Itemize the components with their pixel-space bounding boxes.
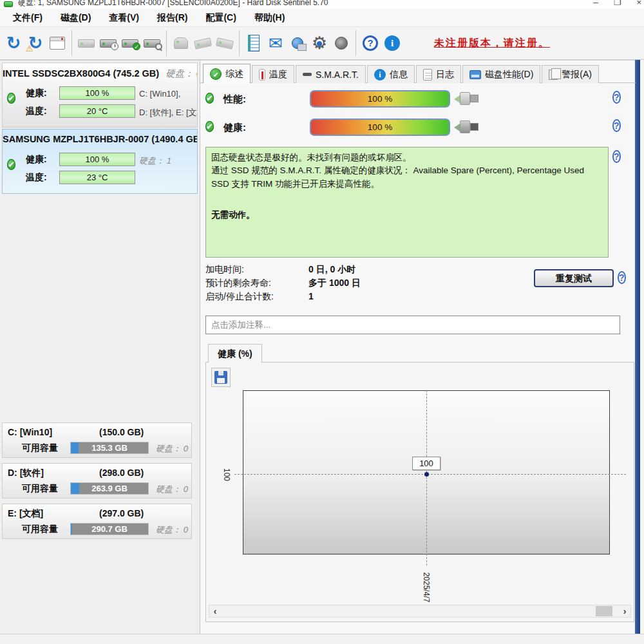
help-icon[interactable]: ? (359, 30, 381, 56)
disk-name: SAMSUNG MZPLJ1T6HBJR-0007 (3, 134, 149, 144)
tab-log[interactable]: 日志 (416, 65, 461, 83)
info-icon[interactable]: i (381, 30, 403, 56)
disk-number-label: 硬盘： 0 (156, 443, 188, 455)
retest-help-icon[interactable]: ? (618, 272, 626, 283)
partition-card-d[interactable]: D: [软件] (298.0 GB) 可用容量 263.9 GB 硬盘： 0 (2, 463, 192, 498)
retest-button[interactable]: 重复测试 (534, 269, 614, 287)
chart-horizontal-scrollbar[interactable]: ‹ › (209, 605, 631, 618)
health-bar: 100 % (59, 153, 135, 166)
disk-title: INTEL SSDSC2BX800G4 (745.2 GB)硬盘： 0 (3, 68, 197, 80)
menu-file[interactable]: 文件(F) (4, 10, 52, 26)
tabbar: ✔综述 温度 S.M.A.R.T. i信息 日志 磁盘性能(D) 警报(A) (203, 64, 600, 83)
menubar: 文件(F) 磁盘(D) 查看(V) 报告(R) 配置(C) 帮助(H) (0, 9, 644, 27)
tab-temperature[interactable]: 温度 (252, 65, 294, 83)
minimize-button[interactable]: – (594, 0, 598, 7)
status-text-box: 固态硬盘状态是极好的。未找到有问题的或坏扇区。 通过 SSD 规范的 S.M.A… (205, 147, 609, 258)
disk-number-label: 硬盘： 0 (156, 524, 188, 536)
comment-input[interactable] (205, 316, 620, 334)
level-marker-icon (454, 90, 482, 109)
disk-name: INTEL SSDSC2BX800G4 (3, 68, 110, 79)
performance-help-icon[interactable]: ? (612, 91, 621, 103)
menu-help[interactable]: 帮助(H) (245, 10, 294, 26)
free-space-label: 可用容量 (22, 524, 58, 535)
stat-start-stop-count: 启动/停止合计数: 1 (205, 291, 592, 305)
performance-row: ✔ 性能: 100 % ? (200, 90, 636, 109)
disk-size: (745.2 GB) (113, 68, 159, 79)
floppy-icon (214, 371, 227, 384)
health-gauge: 100 % (310, 118, 450, 136)
chart-x-tick: 2025/4/7 (407, 567, 446, 607)
temperature-bar: 23 °C (59, 171, 135, 184)
chart-gridline-horizontal (234, 474, 626, 475)
disk-search-icon[interactable] (141, 30, 163, 56)
free-space-value: 263.9 GB (71, 483, 148, 494)
check-circle-icon: ✔ (210, 68, 222, 80)
tab-alerts[interactable]: 警报(A) (542, 65, 599, 83)
free-space-label: 可用容量 (22, 442, 58, 454)
toolbar-separator (71, 30, 72, 56)
disk-eject-icon[interactable] (214, 30, 236, 56)
titlebar: 硬盘: 1, SAMSUNG MZPLJ1T6HBJR-0007 [S5LENC… (0, 0, 644, 9)
temperature-bar: 20 °C (59, 104, 135, 118)
disk-dock-icon[interactable] (192, 30, 214, 56)
toolbar-separator (239, 30, 240, 56)
performance-label: 性能: (223, 93, 246, 106)
document-icon (423, 69, 432, 80)
temperature-label: 温度: (26, 172, 59, 184)
menu-config[interactable]: 配置(C) (196, 10, 245, 26)
scroll-right-icon[interactable]: › (619, 605, 630, 617)
disk-card-intel[interactable]: INTEL SSDSC2BX800G4 (745.2 GB)硬盘： 0 ✔ 健康… (2, 62, 198, 128)
tab-information[interactable]: i信息 (367, 65, 415, 83)
partition-card-e[interactable]: E: [文档] (297.0 GB) 可用容量 290.7 GB 硬盘： 0 (2, 504, 192, 539)
close-button[interactable]: × (636, 0, 641, 7)
temperature-label: 温度: (26, 106, 59, 117)
free-space-label: 可用容量 (22, 483, 58, 495)
temperature-row: 温度: 20 °C (26, 104, 135, 118)
scroll-left-icon[interactable]: ‹ (209, 605, 221, 617)
free-space-bar: 135.3 GB (70, 442, 149, 454)
window-controls: – ❐ × (594, 0, 641, 7)
disk-card-samsung[interactable]: SAMSUNG MZPLJ1T6HBJR-0007 (1490.4 GB) ✔ … (2, 129, 198, 194)
save-chart-button[interactable] (211, 368, 231, 387)
window-right-border (635, 60, 640, 644)
network-icon[interactable] (287, 30, 308, 56)
disk-image-icon[interactable] (170, 30, 192, 56)
disk-clock-icon[interactable] (97, 30, 119, 56)
disk-number-label: 硬盘： 0 (166, 68, 197, 79)
free-space-value: 135.3 GB (71, 442, 148, 453)
report-window-icon[interactable] (46, 30, 68, 56)
health-help-icon[interactable]: ? (612, 120, 621, 131)
register-link[interactable]: 未注册版本，请注册。 (434, 37, 550, 50)
tab-disk-performance[interactable]: 磁盘性能(D) (462, 65, 540, 83)
status-help-icon[interactable]: ? (612, 151, 621, 162)
tab-overview[interactable]: ✔综述 (203, 64, 251, 83)
chart-y-tick: 100 (215, 464, 238, 485)
gear-icon[interactable]: ⚙ (308, 30, 330, 56)
statusbar (0, 634, 644, 644)
refresh-warning-icon[interactable]: ↻⚠ (24, 30, 46, 56)
mail-icon[interactable]: ✉ (265, 30, 287, 56)
menu-view[interactable]: 查看(V) (100, 10, 148, 26)
disk-number-label: 硬盘： 0 (156, 484, 188, 495)
performance-gauge: 100 % (310, 90, 450, 108)
notes-icon[interactable] (243, 30, 265, 56)
partition-card-c[interactable]: C: [Win10] (150.0 GB) 可用容量 135.3 GB 硬盘： … (2, 422, 192, 458)
maximize-button[interactable]: ❐ (614, 0, 621, 7)
health-ok-icon: ✔ (7, 91, 15, 106)
chart-tab-health[interactable]: 健康 (%) (208, 344, 262, 363)
menu-report[interactable]: 报告(R) (148, 10, 196, 26)
disk-number-label: 硬盘： 1 (139, 155, 171, 167)
disk-offline-icon[interactable]: ▼ (75, 30, 97, 56)
partition-list-line1: C: [Win10], (139, 89, 180, 99)
window-right-margin (640, 60, 644, 644)
tab-smart[interactable]: S.M.A.R.T. (296, 65, 366, 83)
chart-icon (469, 70, 481, 79)
menu-disk[interactable]: 磁盘(D) (52, 10, 100, 26)
partition-name: C: [Win10] (8, 427, 52, 437)
sound-icon[interactable] (330, 30, 352, 56)
scrollbar-thumb[interactable] (596, 606, 612, 616)
partition-size: (298.0 GB) (99, 468, 144, 478)
refresh-icon[interactable]: ↻ (3, 30, 24, 56)
disk-check-icon[interactable]: ✓ (119, 30, 141, 56)
toolbar-separator (355, 30, 356, 56)
